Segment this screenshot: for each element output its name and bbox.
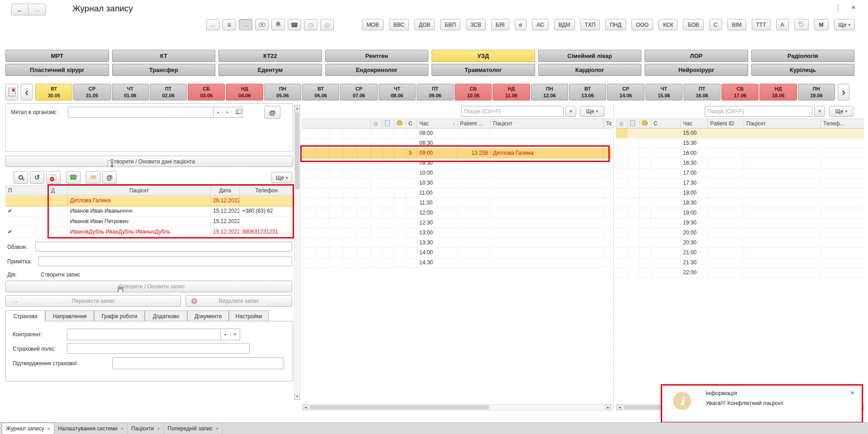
- scrollbar-thumb[interactable]: [295, 112, 299, 189]
- dept-tab-neurosurgeon[interactable]: Нейрохірург: [645, 64, 748, 76]
- panel-splitter[interactable]: [613, 104, 614, 411]
- tab-close-icon[interactable]: ×: [121, 426, 123, 431]
- scroll-left-icon[interactable]: ◄: [617, 405, 622, 410]
- metal-input[interactable]: [68, 107, 213, 118]
- metal-at-button[interactable]: @: [264, 106, 280, 119]
- email-button[interactable]: ✉: [86, 171, 100, 184]
- schedule-row[interactable]: 10:30: [302, 178, 612, 188]
- dept-tab-family-doctor[interactable]: Сімейний лікар: [538, 50, 642, 62]
- col-header-target[interactable]: ◎: [371, 119, 383, 129]
- schedule-row[interactable]: 14:00: [302, 248, 612, 258]
- quick-button-byai[interactable]: БЯІ: [491, 19, 509, 30]
- quick-button-pnd[interactable]: ПНД: [605, 19, 626, 30]
- schedule-row[interactable]: 18:00: [616, 188, 864, 198]
- col-header-c[interactable]: С: [651, 119, 681, 129]
- dept-tab-uzd[interactable]: УЗД: [432, 50, 535, 62]
- note-input[interactable]: [38, 256, 292, 266]
- date-tab[interactable]: ПТ16.06: [683, 84, 721, 100]
- quick-button-e[interactable]: е: [515, 19, 527, 30]
- schedule-row[interactable]: 11:00: [302, 188, 612, 198]
- schedule-row[interactable]: 13:00: [302, 228, 612, 238]
- history-button[interactable]: ↺: [30, 171, 44, 184]
- dept-tab-rentgen[interactable]: Рентген: [325, 50, 429, 62]
- col-header-phone[interactable]: Телефон: [240, 186, 293, 196]
- nav-back-button[interactable]: ←: [11, 4, 28, 15]
- schedule-row[interactable]: 16:30: [616, 158, 864, 168]
- schedule-row[interactable]: 09:30: [302, 158, 612, 168]
- date-tab[interactable]: ПТ02.06: [150, 84, 187, 100]
- schedule-row[interactable]: 13:30: [302, 238, 612, 248]
- quick-button-bvp[interactable]: БВП: [440, 19, 460, 30]
- quick-button-a[interactable]: А: [776, 19, 789, 30]
- date-tab[interactable]: ПТ09.06: [417, 84, 454, 100]
- quick-button-s[interactable]: С: [709, 19, 722, 30]
- scroll-down-icon[interactable]: ▼: [294, 394, 300, 400]
- col-header-phone[interactable]: Те.: [604, 119, 612, 129]
- patient-row-selected[interactable]: Дятлова Галина 26.12.2022: [5, 196, 293, 206]
- dept-tab-transfer[interactable]: Трансфер: [112, 64, 216, 76]
- col-header-patient[interactable]: Пацієнт: [68, 186, 211, 196]
- remove-document-button[interactable]: ×: [46, 171, 61, 184]
- tag-button[interactable]: [794, 19, 809, 30]
- patient-row[interactable]: Иванов Иван Петрович 15.12.2022: [5, 217, 293, 227]
- notification-close-icon[interactable]: ×: [850, 389, 854, 396]
- dept-tab-traumatologist[interactable]: Травматолог: [432, 64, 535, 76]
- quick-button-vvs[interactable]: ВВС: [389, 19, 409, 30]
- date-tab[interactable]: СР31.05: [73, 84, 110, 100]
- date-tab[interactable]: НД18.06: [759, 84, 797, 100]
- right-more-button[interactable]: Ще▾: [829, 106, 854, 117]
- date-tab[interactable]: СР07.06: [340, 84, 377, 100]
- tab-work-schedule[interactable]: Графік роботи: [94, 310, 145, 321]
- patient-search-button[interactable]: [14, 171, 28, 184]
- dates-scroll-right-button[interactable]: ›: [838, 84, 849, 100]
- tab-settings[interactable]: Настройки: [229, 310, 269, 321]
- prev-item-button[interactable]: ←: [206, 19, 220, 30]
- schedule-row[interactable]: 12:00: [302, 208, 612, 218]
- schedule-row[interactable]: 12:30: [302, 218, 612, 228]
- scroll-up-icon[interactable]: ▲: [294, 105, 300, 111]
- quick-button-zsv[interactable]: ЗСВ: [466, 19, 486, 30]
- call-button[interactable]: ☎: [288, 19, 301, 30]
- date-tab[interactable]: СР14.06: [607, 84, 644, 100]
- tab-documents[interactable]: Документи: [187, 310, 229, 321]
- quick-button-vdm[interactable]: ВДМ: [554, 19, 575, 30]
- schedule-row[interactable]: 08:30: [302, 138, 612, 148]
- col-header-document[interactable]: [383, 119, 394, 129]
- next-item-button[interactable]: →: [239, 19, 252, 30]
- dept-tab-kt[interactable]: КТ: [112, 50, 216, 62]
- quick-button-as[interactable]: АС: [532, 19, 548, 30]
- col-header-time[interactable]: Час↓: [417, 119, 458, 129]
- schedule-row[interactable]: 21:30: [616, 258, 864, 268]
- col-header-p[interactable]: П: [5, 186, 49, 196]
- list-button[interactable]: ≡: [223, 19, 236, 30]
- dept-tab-endocrinologist[interactable]: Ендокринолог: [325, 64, 429, 76]
- schedule-row[interactable]: 16:00: [616, 148, 864, 158]
- m-button[interactable]: М: [814, 19, 829, 30]
- scroll-right-icon[interactable]: ►: [605, 405, 611, 410]
- date-tab[interactable]: ВТ30.05: [35, 84, 72, 100]
- date-tab[interactable]: ЧТ01.06: [112, 84, 149, 100]
- quick-button-thp[interactable]: ТХП: [580, 19, 600, 30]
- date-tab[interactable]: НД11.06: [493, 84, 530, 100]
- at-mention-button[interactable]: @: [102, 171, 117, 184]
- nav-forward-button[interactable]: →: [28, 4, 46, 15]
- schedule-row[interactable]: 21:00: [616, 248, 864, 258]
- right-search-input[interactable]: [705, 106, 812, 117]
- calendar-button[interactable]: [5, 84, 18, 100]
- dept-tab-cardiologist[interactable]: Кардіолог: [538, 64, 642, 76]
- window-close-icon[interactable]: ×: [851, 4, 855, 12]
- col-header-payment[interactable]: [640, 119, 651, 129]
- col-header-patient[interactable]: Пацієнт: [744, 119, 821, 129]
- quick-button-ooo[interactable]: ООО: [631, 19, 653, 30]
- dept-tab-radiology[interactable]: Радіологія: [751, 50, 855, 62]
- bottom-tab-preliminary-record[interactable]: Попередній запис×: [164, 423, 223, 434]
- schedule-row[interactable]: 20:00: [616, 228, 864, 238]
- col-header-target[interactable]: ◎: [616, 119, 628, 129]
- schedule-row[interactable]: 17:30: [616, 178, 864, 188]
- tab-referral[interactable]: Направлення: [45, 310, 94, 321]
- col-header-document[interactable]: [628, 119, 640, 129]
- create-update-record-button[interactable]: Створити / Оновити запис: [5, 281, 292, 292]
- quick-button-mov[interactable]: МОВ: [362, 19, 383, 30]
- schedule-row[interactable]: 17:00: [616, 168, 864, 178]
- bottom-tab-system-settings[interactable]: Налаштування системи×: [54, 423, 128, 434]
